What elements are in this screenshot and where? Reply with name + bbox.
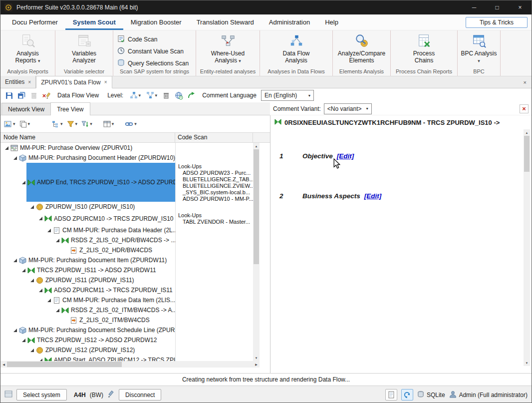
query-selections-scan-button[interactable]: Query Selections Scan	[117, 58, 192, 69]
tree-expander-icon[interactable]	[54, 238, 60, 243]
bpc-analysis-button[interactable]: BPC Analysis ▾	[458, 33, 500, 64]
tab-close-icon[interactable]: ×	[104, 79, 107, 85]
level-down-dropdown[interactable]: ▾	[144, 90, 159, 101]
variables-analyzer-button[interactable]: Variables Analyzer	[55, 33, 113, 64]
tab-close-icon[interactable]: ×	[28, 79, 31, 85]
tree-row[interactable]: CM MM-PUR: Purchase Data Header (2L...	[0, 225, 253, 235]
doc-tab-entities[interactable]: Entities ×	[0, 76, 36, 88]
maximize-button[interactable]: □	[486, 0, 509, 14]
column-header-node-name[interactable]: Node Name	[0, 133, 175, 142]
tree-expander-icon[interactable]	[20, 180, 26, 185]
tree-expander-icon[interactable]	[46, 298, 52, 303]
hierarchy-dropdown[interactable]: ▾	[50, 118, 64, 130]
comment-language-select[interactable]: En (English) ▼	[261, 90, 314, 101]
tree-row[interactable]: MM-PUR: Purchase Overview (ZPURV01)	[0, 143, 253, 153]
tree-row[interactable]: AMDP Start, ADSO ZPURCM12 -> TRCS ZPU...	[0, 355, 253, 361]
refresh-button[interactable]	[401, 389, 413, 401]
tab-system-scout[interactable]: System Scout	[65, 14, 123, 30]
analyze-compare-elements-button[interactable]: Analyze/Compare Elements	[333, 33, 390, 64]
filter-dropdown[interactable]: ▾	[65, 118, 79, 130]
tree-expander-icon[interactable]	[12, 258, 18, 263]
tree-row[interactable]: Z_2LIS_02_ITM/BW4CDS	[0, 315, 253, 325]
doc-tab-zpurv01-data-flow[interactable]: ZPURV01's Data Flow ×	[36, 76, 112, 88]
sort-dropdown[interactable]: ▾	[80, 118, 94, 130]
link-dropdown[interactable]: ▾	[123, 118, 138, 130]
tree-row[interactable]: ZPURDW_IS11 (ZPURDW_IS11)	[0, 275, 253, 285]
save-all-button[interactable]	[16, 90, 27, 101]
scroll-down-icon[interactable]: ▼	[253, 355, 260, 361]
analysis-reports-button[interactable]: Analysis Reports ▾	[0, 33, 55, 64]
tree-row[interactable]: ADSO ZPURCM10 -> TRCS ZPURDW_IS10Look-Up…	[0, 212, 253, 225]
log-page-button[interactable]	[385, 389, 397, 401]
tree-expander-icon[interactable]	[29, 348, 35, 353]
comment-variant-select[interactable]: <No variant> ▼	[324, 103, 372, 114]
export-image-dropdown[interactable]: ▾	[2, 118, 17, 130]
disconnect-button[interactable]: Disconnect	[119, 389, 161, 401]
tab-network-view[interactable]: Network View	[1, 103, 51, 115]
scroll-thumb[interactable]	[524, 136, 530, 172]
tree-row[interactable]: TRCS ZPURDW_IS11 -> ADSO ZPURDW11	[0, 265, 253, 275]
tree-row[interactable]: MM-PUR: Purchasing Document Item (ZPURDW…	[0, 255, 253, 265]
close-comment-panel-button[interactable]: ×	[520, 104, 529, 113]
delete-comment-button[interactable]	[161, 90, 172, 101]
scroll-right-icon[interactable]: ▶	[253, 361, 260, 368]
column-header-code-scan[interactable]: Code Scan	[175, 133, 253, 142]
edit-system-pen-icon[interactable]	[107, 391, 115, 400]
tree-horizontal-scrollbar[interactable]: ◀ ▶	[0, 361, 260, 368]
tab-docu-performer[interactable]: Docu Performer	[4, 14, 65, 30]
tree-expander-icon[interactable]	[3, 146, 9, 150]
code-scan-button[interactable]: Code Scan	[117, 34, 192, 45]
scroll-up-icon[interactable]: ▲	[253, 143, 260, 149]
language-globe-icon[interactable]	[173, 90, 184, 101]
close-button[interactable]: ×	[509, 0, 532, 14]
tree-row[interactable]: ZPURDW_IS12 (ZPURDW_IS12)	[0, 345, 253, 355]
tree-row[interactable]: Z_2LIS_02_HDR/BW4CDS	[0, 245, 253, 255]
tips-and-tricks-button[interactable]: Tips & Tricks	[466, 17, 528, 28]
scroll-down-icon[interactable]: ▼	[524, 360, 530, 366]
tree-expander-icon[interactable]	[29, 205, 35, 209]
tree-vertical-scrollbar[interactable]: ▲ ▼	[253, 143, 260, 361]
tree-expander-icon[interactable]	[12, 156, 18, 160]
scroll-left-icon[interactable]: ◀	[0, 361, 7, 368]
tree-row[interactable]: MM-PUR: Purchasing Document Header (ZPUR…	[0, 153, 253, 163]
scroll-up-icon[interactable]: ▲	[524, 129, 530, 136]
scroll-thumb[interactable]	[254, 149, 259, 264]
tree-row[interactable]: AMDP End, TRCS ZPURDW_IS10 -> ADSO ZPURD…	[0, 163, 253, 202]
tree-expander-icon[interactable]	[29, 278, 35, 283]
level-up-dropdown[interactable]: ▾	[128, 90, 143, 101]
edit-business-aspects-link[interactable]: [Edit]	[364, 192, 382, 200]
copy-dropdown[interactable]: ▾	[18, 118, 32, 130]
tab-translation-steward[interactable]: Translation Steward	[189, 14, 262, 30]
tree-expander-icon[interactable]	[12, 328, 18, 333]
tab-strip-close-icon[interactable]: ×	[522, 78, 529, 86]
save-button[interactable]	[3, 90, 14, 101]
delete-button[interactable]	[28, 90, 39, 101]
where-used-analysis-button[interactable]: Where-Used Analysis ▾	[196, 33, 260, 64]
minimize-button[interactable]: ─	[463, 0, 486, 14]
tree-expander-icon[interactable]	[20, 338, 26, 343]
tree-row[interactable]: CM MM-PUR: Purchase Data Item (2LIS...	[0, 295, 253, 305]
scroll-thumb[interactable]	[7, 362, 122, 367]
tree-expander-icon[interactable]	[37, 288, 43, 293]
constant-value-scan-button[interactable]: Constant Value Scan	[117, 46, 192, 57]
comment-vertical-scrollbar[interactable]: ▲ ▼	[524, 129, 530, 366]
tab-migration-booster[interactable]: Migration Booster	[123, 14, 189, 30]
remove-data-flow-button[interactable]: ×	[41, 90, 52, 101]
tree-row[interactable]: ADSO ZPURCM11 -> TRCS ZPURDW_IS11	[0, 285, 253, 295]
scroll-track[interactable]	[524, 136, 530, 360]
select-system-button[interactable]: Select system	[16, 389, 67, 401]
process-chains-button[interactable]: Process Chains	[391, 33, 457, 64]
tree-row[interactable]: RSDS Z_2LIS_02_HDR/BW4CDS -> ...	[0, 235, 253, 245]
export-comments-icon[interactable]	[186, 90, 197, 101]
columns-dropdown[interactable]: ▾	[102, 118, 116, 130]
tree-expander-icon[interactable]	[46, 228, 52, 233]
tab-administration[interactable]: Administration	[262, 14, 317, 30]
data-flow-analysis-button[interactable]: Data Flow Analysis	[260, 33, 332, 64]
tab-help[interactable]: Help	[317, 14, 346, 30]
tree-row[interactable]: TRCS ZPURDW_IS12 -> ADSO ZPURDW12	[0, 335, 253, 345]
tree-expander-icon[interactable]	[54, 308, 60, 313]
tree-expander-icon[interactable]	[20, 268, 26, 273]
tree-row[interactable]: ZPURDW_IS10 (ZPURDW_IS10)	[0, 202, 253, 212]
tree-row[interactable]: MM-PUR: Purchasing Document Schedule Lin…	[0, 325, 253, 335]
scroll-track[interactable]	[7, 361, 253, 368]
